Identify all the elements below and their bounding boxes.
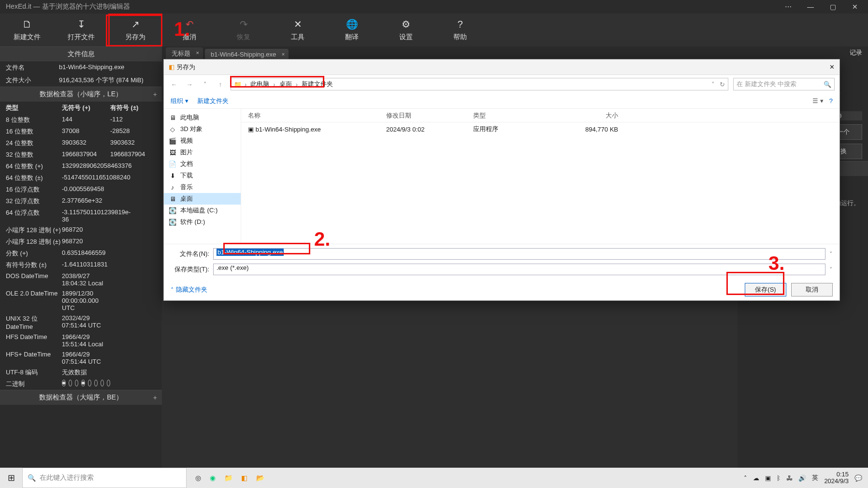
clock[interactable]: 0:15 2024/9/3: [824, 471, 849, 485]
dropdown-icon[interactable]: ˅: [829, 251, 833, 258]
forward-icon[interactable]: →: [184, 81, 195, 88]
window-controls: ⋯ — ▢ ✕: [777, 0, 866, 14]
more-icon[interactable]: ⋯: [777, 0, 799, 14]
explorer-icon[interactable]: 📁: [224, 474, 232, 482]
tree-item[interactable]: 💽本地磁盘 (C:): [164, 205, 241, 216]
search-icon: 🔍: [824, 81, 831, 88]
inspector-le-header: 数据检查器（小端序，LE）+: [0, 87, 162, 102]
help-button[interactable]: ? 帮助: [433, 14, 487, 46]
breadcrumb[interactable]: 📁 › 此电脑 › 桌面 › 新建文件夹 ˅ ↻: [231, 78, 728, 90]
tray-up-icon[interactable]: ˄: [744, 474, 747, 482]
folder-tree[interactable]: 🖥此电脑◇3D 对象🎬视频🖼图片📄文档⬇下载♪音乐🖥桌面💽本地磁盘 (C:)💽软…: [164, 109, 241, 244]
inspector-row: 32 位浮点数2.377665e+32: [0, 195, 162, 207]
close-icon[interactable]: ✕: [829, 63, 835, 71]
close-icon[interactable]: ✕: [844, 0, 866, 14]
tree-item[interactable]: 🖼图片: [164, 147, 241, 158]
settings-button[interactable]: ⚙ 设置: [379, 14, 433, 46]
record-tab[interactable]: 记录: [738, 46, 868, 59]
tree-item[interactable]: 🖥桌面: [164, 193, 241, 205]
dropdown-icon[interactable]: ˅: [829, 266, 833, 273]
tab-file[interactable]: b1-Win64-Shipping.exe ×: [205, 49, 289, 60]
redo-button[interactable]: ↷ 恢复: [217, 14, 271, 46]
list-item[interactable]: ▣ b1-Win64-Shipping.exe 2024/9/3 0:02 应用…: [241, 122, 839, 136]
inspector-row: UTF-8 编码无效数据: [0, 367, 162, 378]
inspector-row: 24 位整数39036323903632: [0, 137, 162, 149]
new-file-button[interactable]: 🗋 新建文件: [0, 14, 54, 46]
tree-item[interactable]: ⬇下载: [164, 170, 241, 181]
up-icon[interactable]: ↑: [215, 81, 226, 88]
chevron-down-icon[interactable]: ˅: [711, 81, 715, 88]
network-icon[interactable]: 🖧: [786, 474, 793, 482]
file-name-label: 文件名: [6, 63, 59, 72]
tools-label: 工具: [291, 33, 304, 42]
tree-item-icon: 🖥: [169, 114, 176, 121]
main-toolbar: 🗋 新建文件 ↧ 打开文件 ↗ 另存为 ↶ 撤消 ↷ 恢复 ✕ 工具 🌐 翻译 …: [0, 14, 868, 46]
minimize-icon[interactable]: —: [799, 0, 822, 14]
notification-icon[interactable]: 💬: [854, 474, 862, 482]
search-input[interactable]: 在 新建文件夹 中搜索 🔍: [733, 78, 835, 90]
start-button[interactable]: ⊞: [0, 468, 22, 488]
app-icon: ◧: [169, 63, 174, 71]
crumb-folder[interactable]: 新建文件夹: [301, 80, 334, 89]
edge-icon[interactable]: ◉: [210, 474, 216, 482]
file-size-value: 916,243,536 个字节 (874 MiB): [59, 76, 156, 85]
tree-item-icon: 💽: [169, 207, 176, 214]
volume-icon[interactable]: 🔊: [798, 474, 806, 482]
filename-input[interactable]: b1-Win64-Shipping.exe: [213, 248, 825, 260]
folder-icon[interactable]: 📂: [256, 474, 264, 482]
tree-item[interactable]: 💽软件 (D:): [164, 216, 241, 228]
crumb-desktop[interactable]: 桌面: [278, 80, 293, 89]
gear-icon: ⚙: [402, 18, 410, 30]
tree-item[interactable]: ◇3D 对象: [164, 123, 241, 135]
ime-indicator[interactable]: 英: [812, 473, 818, 482]
dialog-help-icon[interactable]: ?: [829, 97, 833, 104]
new-folder-button[interactable]: 新建文件夹: [197, 97, 229, 105]
tab-untitled[interactable]: 无标题 ×: [166, 47, 203, 60]
translate-button[interactable]: 🌐 翻译: [325, 14, 379, 46]
expand-icon[interactable]: +: [153, 90, 157, 98]
tools-button[interactable]: ✕ 工具: [271, 14, 325, 46]
save-as-icon: ↗: [131, 18, 140, 30]
open-file-icon: ↧: [77, 18, 86, 30]
inspector-columns: 类型 无符号 (+) 有符号 (±): [0, 102, 162, 114]
close-icon[interactable]: ×: [196, 50, 199, 56]
tree-item[interactable]: 🎬视频: [164, 135, 241, 147]
onedrive-icon[interactable]: ☁: [753, 474, 759, 482]
hexedit-icon[interactable]: ◧: [241, 474, 247, 482]
refresh-icon[interactable]: ↻: [720, 81, 725, 88]
expand-icon[interactable]: +: [153, 394, 157, 401]
tree-item-icon: 🎬: [169, 137, 176, 145]
tree-item[interactable]: 🖥此电脑: [164, 112, 241, 123]
exe-icon: ▣: [248, 126, 254, 133]
save-as-dialog: ◧ 另存为 ✕ ← → ˅ ↑ 📁 › 此电脑 › 桌面 › 新建文件夹 ˅ ↻…: [163, 59, 840, 301]
tree-item[interactable]: 📄文档: [164, 158, 241, 170]
open-file-button[interactable]: ↧ 打开文件: [54, 14, 108, 46]
taskbar-apps: ◎ ◉ 📁 ◧ 📂: [195, 474, 264, 482]
hide-folders-toggle[interactable]: ˄ 隐藏文件夹: [171, 285, 207, 294]
organize-button[interactable]: 组织 ▾: [171, 97, 188, 105]
inspector-row: 64 位整数 (±)-5147455011651088240: [0, 172, 162, 184]
undo-button[interactable]: ↶ 撤消: [162, 14, 217, 46]
view-mode-icon[interactable]: ☰ ▾: [812, 97, 824, 104]
back-icon[interactable]: ←: [169, 81, 179, 88]
close-icon[interactable]: ×: [282, 51, 285, 57]
cancel-button[interactable]: 取消: [791, 283, 833, 296]
new-file-icon: 🗋: [22, 19, 32, 30]
nvidia-icon[interactable]: ▣: [765, 474, 771, 482]
window-title: HexEd.it — 基于浏览器的十六进制编辑器: [6, 2, 130, 11]
inspector-row: 32 位整数19668379041966837904: [0, 149, 162, 161]
recent-icon[interactable]: ˅: [200, 81, 210, 88]
undo-icon: ↶: [186, 18, 194, 30]
maximize-icon[interactable]: ▢: [822, 0, 844, 14]
save-as-button[interactable]: ↗ 另存为: [108, 14, 162, 46]
crumb-pc[interactable]: 此电脑: [249, 80, 270, 89]
steam-icon[interactable]: ◎: [195, 474, 201, 482]
filetype-select[interactable]: .exe (*.exe): [213, 264, 825, 275]
tree-item-icon: 💽: [169, 219, 176, 226]
save-button[interactable]: 保存(S): [745, 283, 786, 296]
inspector-row: 16 位整数37008-28528: [0, 126, 162, 137]
bluetooth-icon[interactable]: ᛒ: [777, 474, 781, 482]
tree-item[interactable]: ♪音乐: [164, 181, 241, 193]
taskbar-search[interactable]: 🔍 在此键入进行搜索: [22, 468, 187, 488]
settings-label: 设置: [399, 33, 413, 42]
